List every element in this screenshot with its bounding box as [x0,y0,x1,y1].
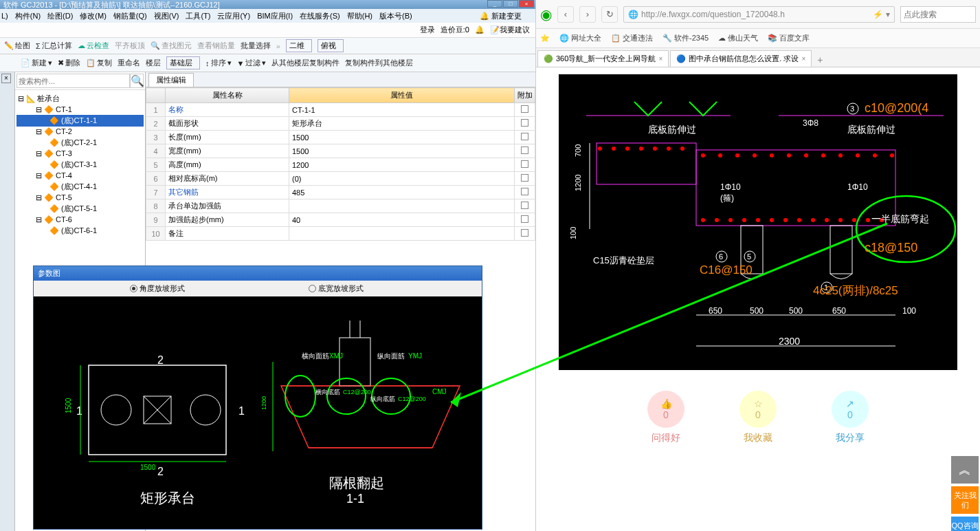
menu-steel[interactable]: 钢筋量(Q) [113,11,147,21]
menu-cloud[interactable]: 云应用(Y) [217,11,250,21]
tree-item[interactable]: ⊟ 🔶 CT-4 [16,171,144,181]
favorite[interactable]: ☆0 我收藏 [739,391,777,444]
menu-bim[interactable]: BIM应用(I) [257,11,293,21]
qq-consult-button[interactable]: QQ咨询 [951,517,979,531]
tree-item[interactable]: ⊟ 🔶 CT-6 [16,215,144,225]
ask-good[interactable]: 👍0 问得好 [647,391,684,444]
maximize-button[interactable]: □ [503,0,518,8]
property-row[interactable]: 7其它钢筋485 [146,186,535,199]
search-button[interactable]: 🔍 [130,74,144,88]
sidebar-close[interactable]: × [1,74,11,83]
find-elem-button[interactable]: 🔍查找图元 [151,41,192,51]
tree-root[interactable]: ⊟ 📐 桩承台 [16,93,144,105]
tree-subitem[interactable]: 🔶 (底)CT-3-1 [16,159,144,171]
svg-point-60 [821,153,825,158]
property-row[interactable]: 8承台单边加强筋 [146,199,535,213]
property-row[interactable]: 9加强筋起步(mm)40 [146,213,535,227]
floor-select[interactable]: 基础层 [166,56,200,69]
property-table: 属性名称 属性值 附加 1名称CT-1-12截面形状矩形承台3长度(mm)150… [146,87,535,241]
login-link[interactable]: 登录 [420,25,435,35]
property-row[interactable]: 3长度(mm)1500 [146,131,535,144]
tree-item[interactable]: ⊟ 🔶 CT-3 [16,149,144,159]
tab-360[interactable]: 🟢360导航_新一代安全上网导航× [537,50,669,67]
forward-button[interactable]: › [579,6,596,23]
menu-view[interactable]: 视图(V) [154,11,179,21]
radio-width[interactable]: 底宽放坡形式 [309,283,364,294]
property-row[interactable]: 2截面形状矩形承台 [146,117,535,131]
col-name: 属性名称 [166,88,289,103]
svg-text:1: 1 [76,405,82,417]
menu-online[interactable]: 在线服务(S) [300,11,340,21]
bm-soft[interactable]: 🔧软件-2345 [662,33,709,43]
tree-subitem[interactable]: 🔶 (底)CT-5-1 [16,203,144,215]
property-row[interactable]: 1名称CT-1-1 [146,103,535,117]
tab-question[interactable]: 🔵图中承台钢筋信息怎么设置. 求设× [670,50,812,67]
radio-angle[interactable]: 角度放坡形式 [130,283,185,294]
dim-select[interactable]: 二维 [286,39,312,52]
rename-button[interactable]: 重命名 [118,58,140,68]
copy-from-button[interactable]: 从其他楼层复制构件 [271,58,339,68]
url-bar[interactable]: 🌐 http://e.fwxgx.com/question_1720048.h … [623,6,895,23]
copy-to-button[interactable]: 复制构件到其他楼层 [345,58,413,68]
menu-tool[interactable]: 工具(T) [186,11,210,21]
sort-button[interactable]: ↕排序 ▾ [205,58,232,68]
new-change-button[interactable]: 🔔 新建变更 [480,11,528,21]
svg-text:100: 100 [569,227,577,239]
new-button[interactable]: 📄新建 ▾ [21,58,52,68]
view-select[interactable]: 俯视 [318,39,344,52]
tree-subitem[interactable]: 🔶 (底)CT-6-1 [16,225,144,237]
menu-help[interactable]: 帮助(H) [347,11,372,21]
tree-subitem[interactable]: 🔶 (底)CT-4-1 [16,181,144,193]
col-extra: 附加 [515,88,535,103]
filter-button[interactable]: ▼过滤 ▾ [237,58,267,68]
close-button[interactable]: × [519,0,534,8]
share[interactable]: ↗0 我分享 [832,391,869,444]
tab-close-icon[interactable]: × [801,55,805,63]
calc-button[interactable]: Σ 汇总计算 [36,41,72,51]
property-row[interactable]: 6相对底标高(m)(0) [146,172,535,186]
batch-select-button[interactable]: 批量选择 [241,41,271,51]
cloud-check-button[interactable]: ☁云检查 [78,41,109,51]
tree-item[interactable]: ⊟ 🔶 CT-1 [16,105,144,115]
svg-point-57 [770,153,774,158]
bm-weather[interactable]: ☁佛山天气 [718,33,758,43]
bell-icon[interactable]: 🔔 [475,25,485,34]
view-steel-button[interactable]: 查看钢筋量 [197,41,235,51]
browser-search[interactable] [900,6,976,23]
delete-button[interactable]: ✖删除 [58,58,80,68]
menu-modify[interactable]: 修改(M) [80,11,107,21]
menu-draw[interactable]: 绘图(D) [47,11,73,21]
property-row[interactable]: 5高度(mm)1200 [146,158,535,172]
browser-window: ◉ ‹ › ↻ 🌐 http://e.fwxgx.com/question_17… [535,0,980,531]
param-canvas: 2 2 1 1 1500 1500 矩形承台 [34,296,482,528]
property-row[interactable]: 10备注 [146,227,535,241]
draw-button[interactable]: ✏️绘图 [4,41,30,51]
search-input[interactable] [16,74,130,88]
minimize-button[interactable]: _ [487,0,502,8]
tree-item[interactable]: ⊟ 🔶 CT-2 [16,127,144,137]
tab-close-icon[interactable]: × [658,55,662,63]
menu-version[interactable]: 版本号(B) [379,11,412,21]
menu-component[interactable]: 构件(N) [15,11,41,21]
bm-wenku[interactable]: 📚百度文库 [768,33,810,43]
svg-point-69 [756,218,760,222]
back-button[interactable]: ‹ [557,6,574,23]
bm-traffic[interactable]: 📋交通违法 [611,33,653,43]
bookmark-star[interactable]: ⭐ [540,34,550,43]
bm-sites[interactable]: 🌐网址大全 [559,33,601,43]
reload-button[interactable]: ↻ [601,6,618,23]
svg-point-68 [742,218,746,222]
tree-item[interactable]: ⊟ 🔶 CT-5 [16,193,144,203]
copy-button[interactable]: 📋复制 [86,58,112,68]
feedback-link[interactable]: 📝我要建议 [490,25,530,35]
tree-subitem[interactable]: 🔶 (底)CT-2-1 [16,137,144,149]
svg-point-74 [825,218,829,222]
menu-l[interactable]: L) [1,12,8,20]
new-tab-button[interactable]: + [812,53,828,67]
property-row[interactable]: 4宽度(mm)1500 [146,144,535,158]
property-tab[interactable]: 属性编辑 [148,73,194,87]
align-button[interactable]: 平齐板顶 [115,41,145,51]
scroll-top-button[interactable]: ︽ [951,456,979,484]
tree-subitem[interactable]: 🔶 (底)CT-1-1 [16,115,144,127]
follow-button[interactable]: 关注我们 [951,486,979,514]
